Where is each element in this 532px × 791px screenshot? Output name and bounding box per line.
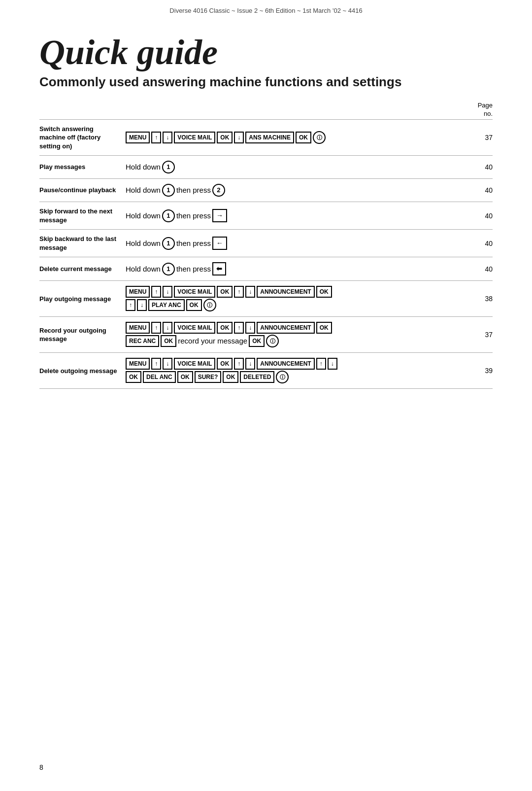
content-line-2: ↑ ↓ PLAY ANC OK ⓘ <box>126 299 332 311</box>
key-menu2: MENU <box>126 286 150 298</box>
header-bar: Diverse 4016 Classic ~ Issue 2 ~ 6th Edi… <box>0 0 532 19</box>
content-block: MENU ↑ ↓ VOICE MAIL OK ↑ ↓ ANNOUNCEMENT … <box>126 286 332 311</box>
key-delete-arrow: ⬅ <box>212 262 226 275</box>
key-1e: 1 <box>162 263 175 275</box>
row-content: Hold down 1 then press ← <box>126 237 473 250</box>
key-up1: ↑ <box>151 132 161 143</box>
key-ok12: OK <box>177 371 193 383</box>
content-line-1: MENU ↑ ↓ VOICE MAIL OK ↑ ↓ ANNOUNCEMENT … <box>126 322 332 334</box>
key-down1: ↓ <box>163 132 172 143</box>
row-page: 40 <box>473 186 493 194</box>
table-row: Play messages Hold down 1 40 <box>39 155 493 178</box>
content-line-1: MENU ↑ ↓ VOICE MAIL OK ↑ ↓ ANNOUNCEMENT … <box>126 358 337 370</box>
row-label: Delete outgoing message <box>39 367 126 376</box>
row-content: MENU ↑ ↓ VOICE MAIL OK ↓ ANS MACHINE OK … <box>126 131 473 144</box>
content-line-1: MENU ↑ ↓ VOICE MAIL OK ↑ ↓ ANNOUNCEMENT … <box>126 286 332 298</box>
key-down7: ↓ <box>245 322 255 334</box>
table-row: Play outgoing message MENU ↑ ↓ VOICE MAI… <box>39 280 493 316</box>
key-up5: ↑ <box>151 322 161 334</box>
key-ok1: OK <box>217 132 233 143</box>
key-del-anc: DEL ANC <box>143 371 176 383</box>
row-label: Delete current message <box>39 265 126 274</box>
key-down8: ↓ <box>163 358 172 370</box>
row-label: Skip backward to the last message <box>39 235 126 252</box>
key-voice-mail4: VOICE MAIL <box>174 358 215 370</box>
key-ans-machine: ANS MACHINE <box>245 132 294 143</box>
key-ok2: OK <box>296 132 311 143</box>
key-up8: ↑ <box>234 358 244 370</box>
key-up6: ↑ <box>234 322 244 334</box>
key-up4: ↑ <box>126 299 135 311</box>
record-text: record your message <box>178 336 247 347</box>
key-up9: ↑ <box>316 358 326 370</box>
hold-down-text4: Hold down <box>126 238 161 249</box>
key-down3: ↓ <box>163 286 172 298</box>
key-ok4: OK <box>316 286 332 298</box>
row-page: 40 <box>473 212 493 220</box>
key-1c: 1 <box>162 209 175 222</box>
content-line-2: REC ANC OK record your message OK ⓘ <box>126 335 332 347</box>
then-press-text: then press <box>176 185 211 196</box>
row-content: Hold down 1 then press ⬅ <box>126 262 473 275</box>
key-down5: ↓ <box>137 299 147 311</box>
key-ok10: OK <box>217 358 233 370</box>
page-subtitle: Commonly used answering machine function… <box>39 74 493 90</box>
key-info4: ⓘ <box>276 371 289 383</box>
quick-guide-table: Switch answering machine off (factory se… <box>39 119 493 389</box>
key-1b: 1 <box>162 184 175 197</box>
row-page: 37 <box>473 331 493 339</box>
row-page: 40 <box>473 265 493 273</box>
row-page: 39 <box>473 367 493 375</box>
row-label: Skip forward to the next message <box>39 207 126 224</box>
hold-down-text5: Hold down <box>126 264 161 275</box>
key-voice-mail3: VOICE MAIL <box>174 322 215 334</box>
footer-page-number: 8 <box>39 763 43 771</box>
key-info1: ⓘ <box>313 131 326 144</box>
row-label: Record your outgoing message <box>39 326 126 344</box>
hold-down-text: Hold down <box>126 162 161 173</box>
page-no-header: Page no. <box>39 100 493 119</box>
key-announcement: ANNOUNCEMENT <box>257 286 314 298</box>
key-down2: ↓ <box>234 132 244 143</box>
key-1: 1 <box>162 161 175 173</box>
row-content: Hold down 1 then press 2 <box>126 184 473 197</box>
key-2: 2 <box>212 184 225 197</box>
header-text: Diverse 4016 Classic ~ Issue 2 ~ 6th Edi… <box>169 7 362 14</box>
key-up7: ↑ <box>151 358 161 370</box>
row-content: MENU ↑ ↓ VOICE MAIL OK ↑ ↓ ANNOUNCEMENT … <box>126 358 473 383</box>
content-line-2: OK DEL ANC OK SURE? OK DELETED ⓘ <box>126 371 337 383</box>
key-info3: ⓘ <box>266 335 279 347</box>
key-ok13: OK <box>223 371 238 383</box>
key-ok7: OK <box>316 322 332 334</box>
hold-down-text3: Hold down <box>126 210 161 222</box>
row-page: 40 <box>473 163 493 171</box>
key-ok5: OK <box>186 299 202 311</box>
key-ok9: OK <box>249 335 265 347</box>
row-content: Hold down 1 <box>126 161 473 173</box>
row-label: Pause/continue playback <box>39 186 126 195</box>
key-backward: ← <box>212 237 227 250</box>
key-down10: ↓ <box>328 358 337 370</box>
row-content: Hold down 1 then press → <box>126 209 473 222</box>
table-row: Skip backward to the last message Hold d… <box>39 229 493 257</box>
key-up2: ↑ <box>151 286 161 298</box>
content-block: MENU ↑ ↓ VOICE MAIL OK ↑ ↓ ANNOUNCEMENT … <box>126 358 337 383</box>
key-ok8: OK <box>161 335 176 347</box>
key-down9: ↓ <box>245 358 255 370</box>
key-up3: ↑ <box>234 286 244 298</box>
key-down6: ↓ <box>163 322 172 334</box>
key-voice-mail2: VOICE MAIL <box>174 286 215 298</box>
page-title: Quick guide <box>39 34 493 71</box>
table-row: Switch answering machine off (factory se… <box>39 119 493 156</box>
key-menu: MENU <box>126 132 150 143</box>
row-content: MENU ↑ ↓ VOICE MAIL OK ↑ ↓ ANNOUNCEMENT … <box>126 322 473 347</box>
key-forward: → <box>212 209 227 222</box>
key-1d: 1 <box>162 237 175 250</box>
page-no-label: Page no. <box>478 102 493 118</box>
row-page: 38 <box>473 295 493 303</box>
hold-down-text2: Hold down <box>126 185 161 196</box>
row-label: Play outgoing message <box>39 295 126 304</box>
key-play-anc: PLAY ANC <box>148 299 185 311</box>
key-sure: SURE? <box>195 371 222 383</box>
key-info2: ⓘ <box>203 299 216 311</box>
